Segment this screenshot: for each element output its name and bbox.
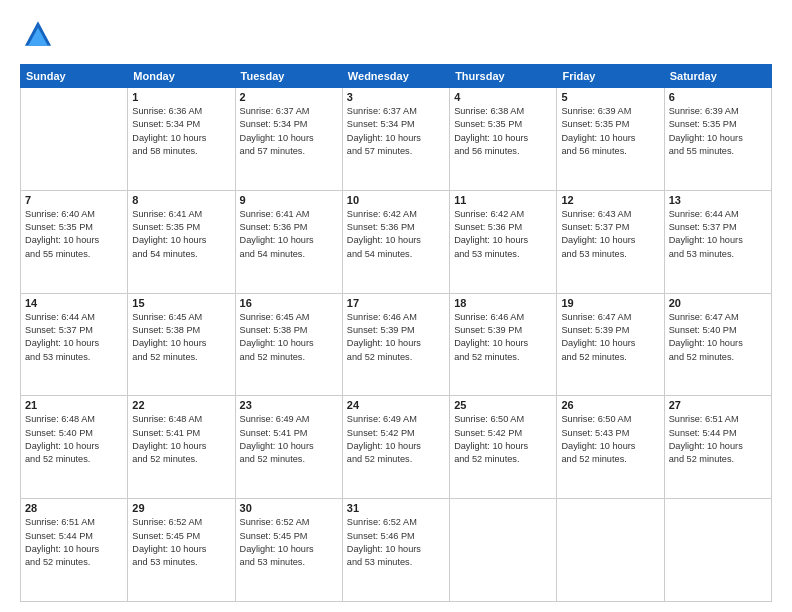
col-header-friday: Friday [557,65,664,88]
calendar-cell [21,88,128,191]
day-info: Sunrise: 6:51 AMSunset: 5:44 PMDaylight:… [25,516,123,569]
calendar-cell: 28Sunrise: 6:51 AMSunset: 5:44 PMDayligh… [21,499,128,602]
day-number: 29 [132,502,230,514]
calendar-cell: 22Sunrise: 6:48 AMSunset: 5:41 PMDayligh… [128,396,235,499]
day-number: 28 [25,502,123,514]
calendar-cell: 19Sunrise: 6:47 AMSunset: 5:39 PMDayligh… [557,293,664,396]
calendar-cell: 7Sunrise: 6:40 AMSunset: 5:35 PMDaylight… [21,190,128,293]
calendar-table: SundayMondayTuesdayWednesdayThursdayFrid… [20,64,772,602]
col-header-wednesday: Wednesday [342,65,449,88]
calendar-cell: 21Sunrise: 6:48 AMSunset: 5:40 PMDayligh… [21,396,128,499]
calendar-week-3: 14Sunrise: 6:44 AMSunset: 5:37 PMDayligh… [21,293,772,396]
day-info: Sunrise: 6:39 AMSunset: 5:35 PMDaylight:… [669,105,767,158]
calendar-cell: 16Sunrise: 6:45 AMSunset: 5:38 PMDayligh… [235,293,342,396]
day-number: 7 [25,194,123,206]
day-number: 6 [669,91,767,103]
day-info: Sunrise: 6:44 AMSunset: 5:37 PMDaylight:… [25,311,123,364]
calendar-cell: 26Sunrise: 6:50 AMSunset: 5:43 PMDayligh… [557,396,664,499]
header [20,18,772,54]
day-number: 30 [240,502,338,514]
calendar-cell: 10Sunrise: 6:42 AMSunset: 5:36 PMDayligh… [342,190,449,293]
day-number: 19 [561,297,659,309]
col-header-saturday: Saturday [664,65,771,88]
calendar-cell [664,499,771,602]
calendar-cell: 15Sunrise: 6:45 AMSunset: 5:38 PMDayligh… [128,293,235,396]
col-header-tuesday: Tuesday [235,65,342,88]
day-number: 21 [25,399,123,411]
calendar-cell: 13Sunrise: 6:44 AMSunset: 5:37 PMDayligh… [664,190,771,293]
calendar-cell: 1Sunrise: 6:36 AMSunset: 5:34 PMDaylight… [128,88,235,191]
day-number: 26 [561,399,659,411]
calendar-cell: 25Sunrise: 6:50 AMSunset: 5:42 PMDayligh… [450,396,557,499]
day-info: Sunrise: 6:37 AMSunset: 5:34 PMDaylight:… [240,105,338,158]
calendar-cell: 12Sunrise: 6:43 AMSunset: 5:37 PMDayligh… [557,190,664,293]
col-header-monday: Monday [128,65,235,88]
day-info: Sunrise: 6:38 AMSunset: 5:35 PMDaylight:… [454,105,552,158]
calendar-cell: 3Sunrise: 6:37 AMSunset: 5:34 PMDaylight… [342,88,449,191]
day-info: Sunrise: 6:48 AMSunset: 5:40 PMDaylight:… [25,413,123,466]
calendar-cell: 4Sunrise: 6:38 AMSunset: 5:35 PMDaylight… [450,88,557,191]
day-info: Sunrise: 6:50 AMSunset: 5:43 PMDaylight:… [561,413,659,466]
day-info: Sunrise: 6:46 AMSunset: 5:39 PMDaylight:… [454,311,552,364]
day-info: Sunrise: 6:42 AMSunset: 5:36 PMDaylight:… [347,208,445,261]
calendar-cell: 27Sunrise: 6:51 AMSunset: 5:44 PMDayligh… [664,396,771,499]
calendar-cell: 31Sunrise: 6:52 AMSunset: 5:46 PMDayligh… [342,499,449,602]
col-header-thursday: Thursday [450,65,557,88]
day-info: Sunrise: 6:48 AMSunset: 5:41 PMDaylight:… [132,413,230,466]
calendar-cell: 23Sunrise: 6:49 AMSunset: 5:41 PMDayligh… [235,396,342,499]
calendar-cell: 18Sunrise: 6:46 AMSunset: 5:39 PMDayligh… [450,293,557,396]
day-number: 11 [454,194,552,206]
calendar-cell: 9Sunrise: 6:41 AMSunset: 5:36 PMDaylight… [235,190,342,293]
calendar-week-1: 1Sunrise: 6:36 AMSunset: 5:34 PMDaylight… [21,88,772,191]
calendar-cell: 17Sunrise: 6:46 AMSunset: 5:39 PMDayligh… [342,293,449,396]
calendar-header-row: SundayMondayTuesdayWednesdayThursdayFrid… [21,65,772,88]
day-number: 3 [347,91,445,103]
calendar-week-5: 28Sunrise: 6:51 AMSunset: 5:44 PMDayligh… [21,499,772,602]
col-header-sunday: Sunday [21,65,128,88]
day-info: Sunrise: 6:43 AMSunset: 5:37 PMDaylight:… [561,208,659,261]
day-info: Sunrise: 6:44 AMSunset: 5:37 PMDaylight:… [669,208,767,261]
day-info: Sunrise: 6:52 AMSunset: 5:45 PMDaylight:… [240,516,338,569]
day-number: 2 [240,91,338,103]
day-number: 13 [669,194,767,206]
day-info: Sunrise: 6:52 AMSunset: 5:46 PMDaylight:… [347,516,445,569]
calendar-cell: 29Sunrise: 6:52 AMSunset: 5:45 PMDayligh… [128,499,235,602]
calendar-cell: 8Sunrise: 6:41 AMSunset: 5:35 PMDaylight… [128,190,235,293]
day-number: 31 [347,502,445,514]
day-info: Sunrise: 6:51 AMSunset: 5:44 PMDaylight:… [669,413,767,466]
day-info: Sunrise: 6:45 AMSunset: 5:38 PMDaylight:… [240,311,338,364]
day-number: 15 [132,297,230,309]
calendar-cell: 11Sunrise: 6:42 AMSunset: 5:36 PMDayligh… [450,190,557,293]
day-number: 16 [240,297,338,309]
day-number: 14 [25,297,123,309]
calendar-cell [557,499,664,602]
page: SundayMondayTuesdayWednesdayThursdayFrid… [0,0,792,612]
day-info: Sunrise: 6:46 AMSunset: 5:39 PMDaylight:… [347,311,445,364]
calendar-cell: 6Sunrise: 6:39 AMSunset: 5:35 PMDaylight… [664,88,771,191]
calendar-cell: 5Sunrise: 6:39 AMSunset: 5:35 PMDaylight… [557,88,664,191]
day-info: Sunrise: 6:45 AMSunset: 5:38 PMDaylight:… [132,311,230,364]
day-info: Sunrise: 6:36 AMSunset: 5:34 PMDaylight:… [132,105,230,158]
calendar-cell [450,499,557,602]
day-number: 18 [454,297,552,309]
day-info: Sunrise: 6:49 AMSunset: 5:41 PMDaylight:… [240,413,338,466]
day-number: 22 [132,399,230,411]
day-number: 25 [454,399,552,411]
day-info: Sunrise: 6:42 AMSunset: 5:36 PMDaylight:… [454,208,552,261]
day-number: 17 [347,297,445,309]
calendar-cell: 14Sunrise: 6:44 AMSunset: 5:37 PMDayligh… [21,293,128,396]
calendar-cell: 30Sunrise: 6:52 AMSunset: 5:45 PMDayligh… [235,499,342,602]
day-number: 8 [132,194,230,206]
day-number: 4 [454,91,552,103]
day-info: Sunrise: 6:47 AMSunset: 5:40 PMDaylight:… [669,311,767,364]
day-number: 27 [669,399,767,411]
day-info: Sunrise: 6:39 AMSunset: 5:35 PMDaylight:… [561,105,659,158]
day-number: 23 [240,399,338,411]
calendar-week-4: 21Sunrise: 6:48 AMSunset: 5:40 PMDayligh… [21,396,772,499]
day-number: 12 [561,194,659,206]
calendar-cell: 24Sunrise: 6:49 AMSunset: 5:42 PMDayligh… [342,396,449,499]
day-info: Sunrise: 6:47 AMSunset: 5:39 PMDaylight:… [561,311,659,364]
calendar-cell: 2Sunrise: 6:37 AMSunset: 5:34 PMDaylight… [235,88,342,191]
day-info: Sunrise: 6:40 AMSunset: 5:35 PMDaylight:… [25,208,123,261]
calendar-cell: 20Sunrise: 6:47 AMSunset: 5:40 PMDayligh… [664,293,771,396]
